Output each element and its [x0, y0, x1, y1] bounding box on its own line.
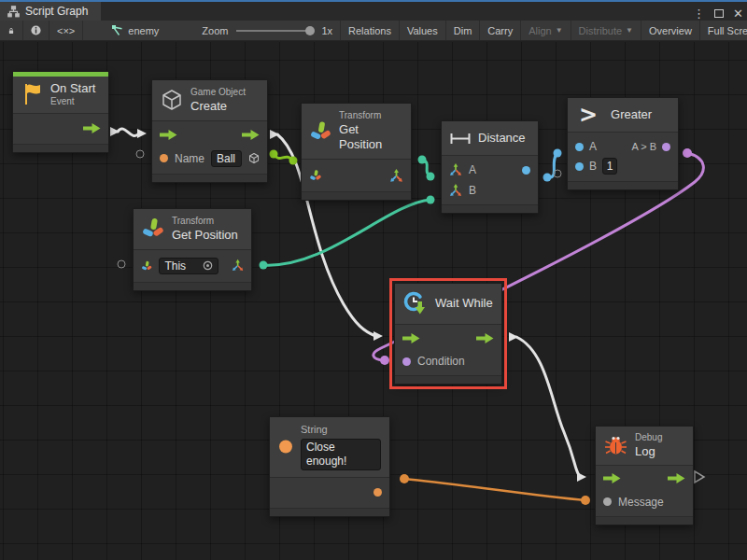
- flow-output-port[interactable]: [668, 473, 685, 483]
- node-footer: [152, 175, 267, 182]
- gameobject-output-port[interactable]: [248, 151, 260, 165]
- target-value-field[interactable]: This: [159, 258, 218, 274]
- window-menu-icon[interactable]: ⋮: [693, 7, 705, 20]
- tab-script-graph[interactable]: Script Graph: [0, 2, 101, 21]
- vector3-input-port[interactable]: [449, 184, 462, 197]
- script-graph-window: Script Graph ⋮ ✕ <×>: [0, 0, 747, 560]
- transform-input-port[interactable]: [309, 169, 322, 182]
- wire-waitwhile-to-log[interactable]: [509, 332, 586, 482]
- b-value-field[interactable]: 1: [602, 158, 617, 175]
- string-value-field[interactable]: Close enough!: [301, 439, 381, 470]
- graph-reference[interactable]: enemy: [104, 21, 166, 40]
- lock-button[interactable]: [0, 21, 23, 40]
- node-greater[interactable]: > Greater A A > B B 1: [567, 97, 679, 190]
- node-title: Wait While: [435, 296, 493, 311]
- values-button[interactable]: Values: [400, 21, 446, 40]
- name-value-field[interactable]: Ball: [211, 150, 242, 167]
- vector3-input-port[interactable]: [449, 163, 462, 176]
- zoom-slider[interactable]: [236, 30, 313, 32]
- port-label: Message: [618, 496, 664, 509]
- string-input-port[interactable]: [160, 154, 168, 162]
- vector3-output-port[interactable]: [389, 169, 403, 183]
- node-footer: [568, 182, 678, 189]
- unconnected-flow-triangle[interactable]: [695, 471, 704, 483]
- flow-input-port[interactable]: [160, 130, 177, 140]
- unconnected-ring: [118, 260, 126, 269]
- wire-create-to-getposition[interactable]: [270, 150, 298, 165]
- graph-tab-icon: [7, 6, 20, 18]
- node-category: Debug: [635, 432, 662, 444]
- zoom-control: Zoom 1x: [194, 21, 340, 40]
- overview-button[interactable]: Overview: [641, 21, 700, 40]
- greater-icon: >: [579, 104, 598, 126]
- graph-asset-icon: [111, 24, 123, 36]
- condition-input-port[interactable]: [402, 357, 411, 366]
- result-output-port[interactable]: [662, 143, 670, 151]
- flow-output-port[interactable]: [476, 333, 494, 343]
- node-get-position-this[interactable]: Transform Get Position This: [133, 208, 252, 291]
- distribute-button[interactable]: Distribute▼: [571, 21, 641, 40]
- bug-icon: [604, 434, 627, 456]
- unconnected-ring: [136, 150, 145, 159]
- node-footer: [395, 376, 501, 384]
- dim-button[interactable]: Dim: [446, 21, 481, 40]
- a-input-port[interactable]: [575, 143, 584, 151]
- graph-reference-label: enemy: [128, 25, 159, 36]
- lock-icon: [7, 24, 15, 37]
- node-string[interactable]: String Close enough!: [269, 416, 390, 517]
- node-footer: [13, 145, 108, 152]
- node-footer: [442, 205, 538, 213]
- string-icon: [278, 436, 293, 457]
- relations-button[interactable]: Relations: [340, 21, 400, 40]
- node-get-position-ball[interactable]: Transform Get Position: [301, 103, 412, 201]
- node-subtitle: Event: [50, 96, 95, 108]
- info-button[interactable]: [23, 21, 49, 40]
- zoom-value: 1x: [321, 25, 332, 36]
- port-label: B: [589, 160, 597, 173]
- code-view-button[interactable]: <×>: [49, 21, 83, 40]
- tab-title: Script Graph: [25, 5, 88, 18]
- wire-onstart-to-create[interactable]: [110, 127, 147, 138]
- carry-button[interactable]: Carry: [480, 21, 521, 40]
- flow-output-port[interactable]: [83, 123, 101, 133]
- string-output-port[interactable]: [374, 488, 382, 497]
- window-close-icon[interactable]: ✕: [733, 7, 743, 20]
- code-icon: <×>: [57, 25, 75, 36]
- flow-input-port[interactable]: [402, 333, 420, 343]
- full-screen-button[interactable]: Full Screen: [700, 21, 747, 40]
- node-distance[interactable]: Distance A: [441, 120, 539, 214]
- node-title: Greater: [611, 107, 652, 122]
- zoom-slider-handle[interactable]: [305, 26, 315, 35]
- zoom-label: Zoom: [202, 25, 228, 36]
- window-maximize-icon[interactable]: [714, 9, 724, 18]
- node-category: Transform: [339, 110, 402, 122]
- node-title: On Start: [50, 81, 95, 96]
- wire-getposition-to-distance-b[interactable]: [260, 196, 435, 270]
- tab-bar: Script Graph ⋮ ✕: [0, 2, 747, 21]
- flow-input-port[interactable]: [603, 473, 621, 483]
- info-icon: [31, 24, 41, 36]
- align-button[interactable]: Align▼: [521, 21, 571, 40]
- wire-getposition-to-distance-a[interactable]: [418, 156, 435, 181]
- vector3-output-port[interactable]: [232, 259, 244, 273]
- output-label: A > B: [631, 141, 656, 152]
- flag-icon: [21, 82, 43, 106]
- node-footer: [596, 517, 693, 525]
- node-wait-while[interactable]: Wait While Condition: [394, 283, 502, 385]
- transform-input-port[interactable]: [141, 259, 152, 273]
- float-output-port[interactable]: [522, 166, 530, 175]
- node-title: Log: [635, 444, 662, 459]
- node-debug-log[interactable]: Debug Log Message: [595, 426, 694, 525]
- graph-canvas[interactable]: On Start Event: [0, 42, 747, 560]
- flow-output-port[interactable]: [242, 130, 260, 140]
- b-input-port[interactable]: [575, 162, 584, 171]
- object-picker-icon[interactable]: [203, 260, 213, 271]
- node-on-start[interactable]: On Start Event: [12, 71, 109, 153]
- node-category: Game Object: [190, 87, 246, 99]
- wire-string-to-message[interactable]: [400, 474, 590, 505]
- node-title: Distance: [478, 131, 526, 146]
- node-create[interactable]: Game Object Create Name Ball: [151, 79, 268, 183]
- port-label: A: [469, 163, 476, 176]
- message-input-port[interactable]: [603, 497, 612, 506]
- cube-icon: [161, 89, 183, 111]
